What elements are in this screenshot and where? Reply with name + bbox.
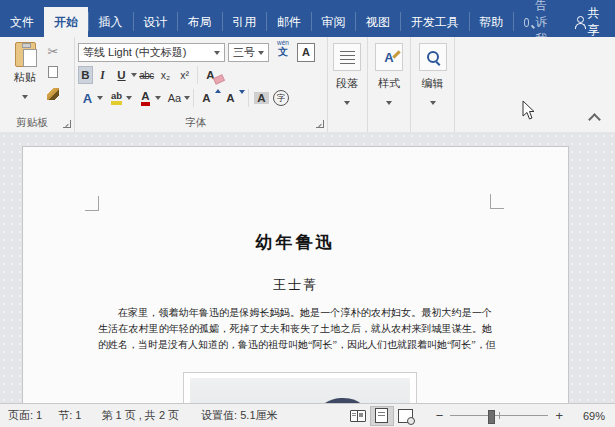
bold-button[interactable]: B xyxy=(78,66,93,84)
separator xyxy=(197,66,198,84)
tab-view[interactable]: 视图 xyxy=(356,7,400,37)
subscript-button[interactable]: x₂ xyxy=(156,66,175,84)
clipboard-group-label: 剪贴板 xyxy=(0,116,64,130)
underline-button[interactable]: U xyxy=(112,66,131,84)
italic-button[interactable]: I xyxy=(93,66,112,84)
font-size-value: 三号 xyxy=(233,45,255,60)
tab-mailings[interactable]: 邮件 xyxy=(267,7,311,37)
zoom-slider-thumb[interactable] xyxy=(488,410,495,424)
shrink-font-button[interactable]: A xyxy=(221,89,240,107)
clipboard-dialog-launcher[interactable] xyxy=(63,120,71,128)
view-switcher xyxy=(346,406,418,426)
document-body: 在家里，领着幼年鲁迅的是保姆长妈妈。她是一个淳朴的农村妇女。最初大约是一个 生活… xyxy=(98,305,492,353)
document-page[interactable]: 幼年鲁迅 王士菁 在家里，领着幼年鲁迅的是保姆长妈妈。她是一个淳朴的农村妇女。最… xyxy=(22,146,569,403)
font-group-label: 字体 xyxy=(75,116,317,130)
picture-content xyxy=(190,378,410,403)
superscript-button[interactable]: x² xyxy=(175,66,194,84)
menu-bar: 文件 开始 插入 设计 布局 引用 邮件 审阅 视图 开发工具 帮助 告诉我 共… xyxy=(0,0,615,37)
strikethrough-button[interactable]: abc xyxy=(137,66,156,84)
highlight-button[interactable]: ab xyxy=(107,89,126,107)
zoom-out-button[interactable]: − xyxy=(432,409,448,422)
paragraph-label: 段落 xyxy=(327,76,367,91)
tab-home[interactable]: 开始 xyxy=(44,7,88,37)
share-label: 共享 xyxy=(587,5,603,39)
print-layout-button[interactable] xyxy=(370,406,394,426)
tab-references[interactable]: 引用 xyxy=(222,7,266,37)
search-icon xyxy=(524,18,529,27)
status-bar: 页面: 1 节: 1 第 1 页 , 共 2 页 设置值: 5.1厘米 − + … xyxy=(0,403,615,427)
inline-picture[interactable] xyxy=(183,372,417,403)
zoom-slider-tick xyxy=(499,412,500,419)
status-setting-value[interactable]: 设置值: 5.1厘米 xyxy=(201,408,277,423)
read-mode-button[interactable] xyxy=(346,406,370,426)
separator xyxy=(193,89,194,107)
print-layout-icon xyxy=(375,408,388,423)
font-name-combobox[interactable]: 等线 Light (中文标题) xyxy=(78,43,225,62)
clipboard-icon xyxy=(15,42,36,67)
cut-button[interactable]: ✂ xyxy=(42,41,64,61)
collapse-ribbon-icon[interactable] xyxy=(588,113,601,126)
phonetic-guide-button[interactable]: wén 文 xyxy=(274,40,292,57)
share-button[interactable]: 共享 xyxy=(563,7,615,37)
change-case-button[interactable]: Aa xyxy=(165,89,184,107)
separator xyxy=(248,89,249,107)
document-area: 幼年鲁迅 王士菁 在家里，领着幼年鲁迅的是保姆长妈妈。她是一个淳朴的农村妇女。最… xyxy=(0,132,615,403)
zoom-control: − + 69% xyxy=(432,409,615,422)
character-border-button[interactable]: A xyxy=(297,43,315,62)
status-section[interactable]: 节: 1 xyxy=(58,408,81,423)
mouse-cursor xyxy=(522,100,537,121)
editing-label: 编辑 xyxy=(411,76,454,91)
copy-button[interactable] xyxy=(42,62,64,82)
zoom-percentage[interactable]: 69% xyxy=(577,410,605,422)
tab-layout[interactable]: 布局 xyxy=(178,7,222,37)
editing-group-button[interactable]: 编辑 xyxy=(411,37,455,132)
character-shading-button[interactable]: A xyxy=(252,89,271,107)
enclose-characters-button[interactable]: 字 xyxy=(271,89,291,107)
font-dialog-launcher[interactable] xyxy=(316,120,324,128)
tab-developer[interactable]: 开发工具 xyxy=(401,7,469,37)
paste-button[interactable]: 粘贴 xyxy=(6,42,44,103)
font-row-3: A ab A Aa A A A xyxy=(78,88,291,108)
text-effects-button[interactable]: A xyxy=(78,89,97,107)
grow-font-button[interactable]: A xyxy=(197,89,216,107)
enclose-characters-icon: 字 xyxy=(273,90,289,106)
tab-review[interactable]: 审阅 xyxy=(311,7,355,37)
tab-help[interactable]: 帮助 xyxy=(469,7,513,37)
clear-formatting-button[interactable]: A xyxy=(201,66,220,84)
tell-me-search[interactable]: 告诉我 xyxy=(514,7,563,37)
body-line: 生活在农村里的年轻的孤孀，死掉了丈夫和丧失了土地之后，就从农村来到城里谋生。她 xyxy=(98,321,492,337)
paragraph-group-button[interactable]: 段落 xyxy=(327,37,368,132)
paste-label: 粘贴 xyxy=(6,70,44,85)
shrink-font-label: A xyxy=(226,92,234,104)
format-painter-button[interactable] xyxy=(42,84,64,104)
font-size-combobox[interactable]: 三号 xyxy=(228,43,269,62)
group-font: 等线 Light (中文标题) 三号 wén 文 A B I U abc x₂ … xyxy=(75,37,328,132)
font-row-2: B I U abc x₂ x² A xyxy=(78,65,220,85)
group-clipboard: 粘贴 ✂ 剪贴板 xyxy=(0,37,75,132)
grow-font-label: A xyxy=(202,92,210,104)
web-layout-button[interactable] xyxy=(394,406,418,426)
crop-mark-left xyxy=(85,196,99,211)
eraser-icon xyxy=(213,74,225,85)
dropdown-arrow xyxy=(214,51,220,55)
crop-mark-right xyxy=(490,194,504,209)
styles-icon-box: A xyxy=(375,43,403,71)
down-triangle-icon xyxy=(239,90,245,94)
dropdown-arrow xyxy=(155,96,161,100)
highlight-icon: ab xyxy=(111,91,122,105)
zoom-slider[interactable] xyxy=(450,410,548,422)
styles-brush-icon: A xyxy=(384,50,393,65)
tab-file[interactable]: 文件 xyxy=(0,7,44,37)
font-color-icon: A xyxy=(141,91,149,106)
status-page-number[interactable]: 页面: 1 xyxy=(8,408,42,423)
styles-group-button[interactable]: A 样式 xyxy=(368,37,411,132)
dropdown-arrow xyxy=(344,101,350,105)
font-name-value: 等线 Light (中文标题) xyxy=(83,45,186,60)
tab-insert[interactable]: 插入 xyxy=(89,7,133,37)
font-color-button[interactable]: A xyxy=(136,89,155,107)
status-page-info[interactable]: 第 1 页 , 共 2 页 xyxy=(101,408,179,423)
tab-design[interactable]: 设计 xyxy=(133,7,177,37)
zoom-in-button[interactable]: + xyxy=(551,409,567,422)
phonetic-char: 文 xyxy=(274,47,292,57)
share-person-icon xyxy=(575,16,582,28)
